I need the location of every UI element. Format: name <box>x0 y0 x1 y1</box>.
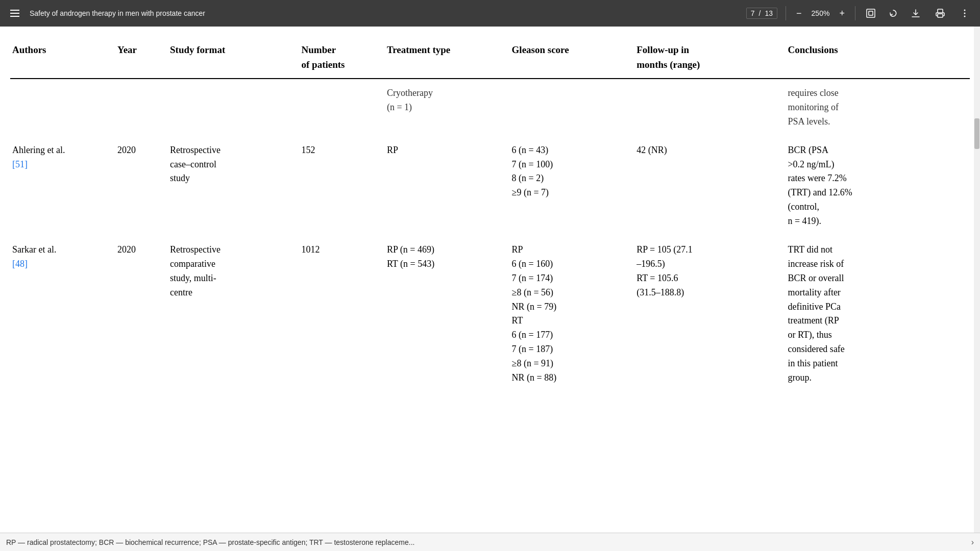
zoom-control: − 250% + <box>794 8 847 19</box>
footer-bar: RP — radical prostatectomy; BCR — bioche… <box>0 533 980 551</box>
table-row: Ahlering et al. [51] 2020 Retrospectivec… <box>10 136 970 236</box>
cell-authors-sarkar: Sarkar et al. [48] <box>10 236 115 392</box>
current-page: 7 <box>751 9 755 17</box>
svg-rect-1 <box>869 11 873 15</box>
document-title: Safety of androgen therapy in men with p… <box>30 9 738 17</box>
toolbar: Safety of androgen therapy in men with p… <box>0 0 980 27</box>
svg-rect-3 <box>938 9 943 13</box>
cell-gleason-score-sarkar: RP6 (n = 160)7 (n = 174)≥8 (n = 56)NR (n… <box>510 236 635 392</box>
author-reference-link[interactable]: [48] <box>12 259 28 269</box>
zoom-increase-button[interactable]: + <box>837 8 847 19</box>
table-header-row: Authors Year Study format Numberof patie… <box>10 43 970 79</box>
cell-conclusions-ahlering: BCR (PSA>0.2 ng/mL)rates were 7.2%(TRT) … <box>786 136 970 236</box>
partial-gleason-score <box>510 79 635 136</box>
header-num-patients: Numberof patients <box>300 43 385 79</box>
research-table: Authors Year Study format Numberof patie… <box>10 43 970 392</box>
fit-page-icon <box>866 8 876 18</box>
footer-abbreviations-text: RP — radical prostatectomy; BCR — bioche… <box>6 538 414 546</box>
page-separator: / <box>759 9 761 17</box>
fit-page-button[interactable] <box>864 6 878 20</box>
total-pages: 13 <box>765 9 773 17</box>
cell-gleason-score-ahlering: 6 (n = 43)7 (n = 100)8 (n = 2)≥9 (n = 7) <box>510 136 635 236</box>
toolbar-divider <box>786 6 786 20</box>
history-button[interactable] <box>886 6 900 20</box>
pagination-control[interactable]: 7 / 13 <box>746 8 777 19</box>
print-icon <box>935 8 945 18</box>
cell-followup-sarkar: RP = 105 (27.1–196.5)RT = 105.6(31.5–188… <box>634 236 786 392</box>
print-button[interactable] <box>933 6 947 20</box>
scrollbar[interactable] <box>974 27 980 533</box>
partial-num-patients <box>300 79 385 136</box>
table-row: Sarkar et al. [48] 2020 Retrospectivecom… <box>10 236 970 392</box>
author-name: Sarkar et al. <box>12 244 56 255</box>
document-content: Authors Year Study format Numberof patie… <box>0 27 980 533</box>
header-followup: Follow-up inmonths (range) <box>634 43 786 79</box>
svg-point-6 <box>964 13 966 14</box>
partial-year <box>115 79 168 136</box>
cell-treatment-type-sarkar: RP (n = 469)RT (n = 543) <box>385 236 510 392</box>
more-options-icon <box>960 8 970 18</box>
cell-treatment-type-ahlering: RP <box>385 136 510 236</box>
zoom-decrease-button[interactable]: − <box>794 8 804 19</box>
cell-year-sarkar: 2020 <box>115 236 168 392</box>
scrollbar-thumb[interactable] <box>974 118 979 149</box>
author-reference-link[interactable]: [51] <box>12 159 28 169</box>
svg-rect-0 <box>867 9 875 17</box>
history-icon <box>888 8 898 18</box>
menu-button[interactable] <box>8 8 21 19</box>
header-gleason-score: Gleason score <box>510 43 635 79</box>
toolbar-divider-2 <box>855 6 855 20</box>
cell-study-format-sarkar: Retrospectivecomparativestudy, multi-cen… <box>168 236 300 392</box>
partial-followup <box>634 79 786 136</box>
header-conclusions: Conclusions <box>786 43 970 79</box>
toolbar-right-actions <box>909 6 972 20</box>
partial-authors <box>10 79 115 136</box>
svg-point-7 <box>964 16 966 17</box>
cell-authors-ahlering: Ahlering et al. [51] <box>10 136 115 236</box>
zoom-value: 250% <box>807 9 833 17</box>
cell-num-patients-sarkar: 1012 <box>300 236 385 392</box>
partial-treatment-type: Cryotherapy(n = 1) <box>385 79 510 136</box>
partial-continuation-row: Cryotherapy(n = 1) requires closemonitor… <box>10 79 970 136</box>
download-icon <box>911 8 921 18</box>
header-treatment-type: Treatment type <box>385 43 510 79</box>
download-button[interactable] <box>909 6 923 20</box>
header-authors: Authors <box>10 43 115 79</box>
cell-year-ahlering: 2020 <box>115 136 168 236</box>
cell-conclusions-sarkar: TRT did notincrease risk ofBCR or overal… <box>786 236 970 392</box>
header-year: Year <box>115 43 168 79</box>
cell-study-format-ahlering: Retrospectivecase–controlstudy <box>168 136 300 236</box>
partial-study-format <box>168 79 300 136</box>
footer-expand-button[interactable]: › <box>971 538 974 547</box>
svg-point-5 <box>964 10 966 11</box>
cell-num-patients-ahlering: 152 <box>300 136 385 236</box>
header-study-format: Study format <box>168 43 300 79</box>
more-options-button[interactable] <box>958 6 972 20</box>
svg-rect-4 <box>938 14 943 17</box>
partial-conclusions: requires closemonitoring ofPSA levels. <box>786 79 970 136</box>
author-name: Ahlering et al. <box>12 145 65 155</box>
cell-followup-ahlering: 42 (NR) <box>634 136 786 236</box>
